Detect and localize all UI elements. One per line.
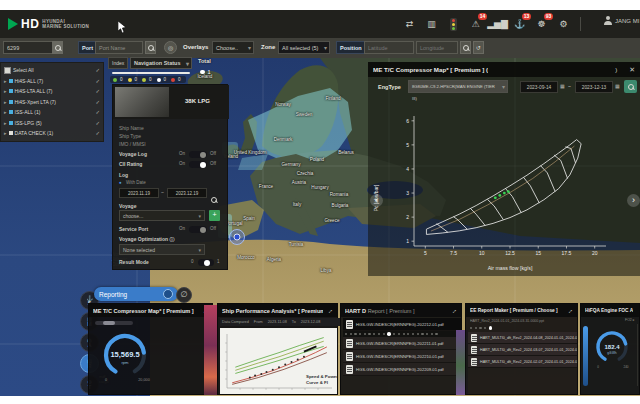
page-dot[interactable] <box>417 333 419 335</box>
range-slider-track[interactable] <box>95 321 133 325</box>
cii-rating-toggle[interactable] <box>189 161 207 168</box>
latitude-input[interactable] <box>364 41 414 54</box>
report-preview-strip[interactable] <box>204 305 217 395</box>
expand-arrow-icon[interactable]: ▸ <box>4 109 7 115</box>
expand-arrow-icon[interactable]: ▸ <box>4 120 7 126</box>
service-port-toggle[interactable] <box>189 226 207 233</box>
expand-arrow-icon[interactable]: ▸ <box>4 99 7 105</box>
page-dot[interactable] <box>479 327 481 329</box>
voyage-select[interactable]: choose...▾ <box>119 210 205 221</box>
settings-icon[interactable]: ⚙ <box>556 16 571 32</box>
fleet-tree-item[interactable]: ▸Hi4S-ALL (7)✓ <box>1 76 103 87</box>
fleet-tree-item[interactable]: ▸ISS-LPG (5)✓ <box>1 118 103 129</box>
report-file-row[interactable]: HART_MULTI0_dft_Rev2_2024-04-08_2024-01-… <box>468 332 577 344</box>
ee-top-file[interactable]: HART_Rev2_2024-01-01_2024-03-31-0000.ppt <box>470 319 574 323</box>
page-dot[interactable] <box>484 327 486 329</box>
vessel-marker[interactable] <box>230 230 245 245</box>
fleet-select-all[interactable]: Select All ✓ <box>1 65 103 76</box>
check-icon[interactable]: ✓ <box>95 109 100 115</box>
page-dot[interactable] <box>489 326 493 330</box>
page-dot[interactable] <box>407 333 409 335</box>
hd-hyundai-logo[interactable]: HD HYUNDAIMARINE SOLUTION <box>8 17 89 31</box>
check-icon[interactable]: ✓ <box>95 99 100 105</box>
report-file-row[interactable]: HGS-GW-INDESCR(ERNNPEG)-202210-01.pdf <box>343 350 461 363</box>
document-icon[interactable]: ▥ <box>424 16 439 32</box>
add-voyage-button[interactable]: + <box>209 210 220 221</box>
overlays-select[interactable]: Choose..▾ <box>212 41 254 54</box>
page-dot[interactable] <box>368 333 370 335</box>
page-dot[interactable] <box>435 333 437 335</box>
tc-date-to-input[interactable]: 2023-12-13 <box>575 81 613 93</box>
expand-arrow-icon[interactable]: ▸ <box>4 88 7 94</box>
alert-icon[interactable]: ⚠14 <box>468 16 483 32</box>
page-dot[interactable] <box>387 332 391 336</box>
page-dot[interactable] <box>470 327 472 329</box>
page-dot[interactable] <box>383 333 385 335</box>
fleet-tree-item[interactable]: ▸DATA CHECK (1)✓ <box>1 128 103 139</box>
port-search-button[interactable] <box>145 41 156 54</box>
close-icon[interactable]: ✕ <box>629 66 635 74</box>
index-slider[interactable] <box>112 72 190 75</box>
ship-photo[interactable] <box>115 87 169 117</box>
page-dot[interactable] <box>364 333 366 335</box>
date-from-input[interactable]: 2023.11.19 <box>119 188 159 198</box>
transfer-icon[interactable]: ⇄ <box>402 16 417 32</box>
tc-search-button[interactable] <box>624 80 637 93</box>
report-file-row[interactable]: HART_MULTI0_dft_Rev2_2024-03-07_2024-01-… <box>468 344 577 356</box>
info-icon[interactable]: ⓘ <box>169 236 174 242</box>
ee-page-dots[interactable] <box>470 326 492 330</box>
expand-arrow-icon[interactable]: ▸ <box>4 130 7 136</box>
page-dot[interactable] <box>421 333 423 335</box>
reporting-pill-button[interactable]: Reporting <box>94 287 178 301</box>
page-dot[interactable] <box>359 333 361 335</box>
page-dot[interactable] <box>426 333 428 335</box>
page-dot[interactable] <box>354 333 356 335</box>
traffic-light-icon[interactable] <box>446 16 461 32</box>
calendar-icon[interactable]: ▦ <box>560 83 565 89</box>
expand-icon[interactable]: ↔ <box>565 306 575 316</box>
fleet-search-button[interactable] <box>52 41 63 54</box>
page-dot[interactable] <box>398 333 400 335</box>
event-icon[interactable]: ☸93 <box>534 16 549 32</box>
result-mode-toggle[interactable] <box>198 259 214 266</box>
report-file-row[interactable]: HGS-GW-INDESCR(ERNNPEG)-202211-01.pdf <box>343 337 461 350</box>
check-icon[interactable]: ✓ <box>95 130 100 136</box>
with-date-radio[interactable]: ● <box>119 180 122 185</box>
chart-icon[interactable]: ▂▅▇ <box>490 16 505 32</box>
user-menu[interactable]: JANG MI <box>604 16 639 25</box>
zone-select[interactable]: All selected (5)▾ <box>278 41 330 54</box>
page-dot[interactable] <box>373 333 375 335</box>
check-icon[interactable]: ✓ <box>95 78 100 84</box>
carousel-left-button[interactable]: ‹ <box>370 194 383 207</box>
hide-widgets-button[interactable]: ∅ <box>176 287 192 303</box>
voyage-log-toggle[interactable] <box>189 151 207 158</box>
carousel-right-button[interactable]: › <box>627 194 640 207</box>
page-dot[interactable] <box>393 333 395 335</box>
page-dot[interactable] <box>350 333 352 335</box>
page-dot[interactable] <box>345 333 347 335</box>
page-dot[interactable] <box>431 333 433 335</box>
position-reset-button[interactable]: ↺ <box>473 41 484 54</box>
measure-tool-button[interactable]: ◎ <box>164 41 177 54</box>
position-search-button[interactable] <box>460 41 471 54</box>
expand-icon[interactable]: ↔ <box>449 306 459 316</box>
optimization-select[interactable]: None selected▾ <box>119 244 205 255</box>
page-dot[interactable] <box>403 333 405 335</box>
calendar-icon[interactable]: ▦ <box>615 83 620 89</box>
fleet-tree-item[interactable]: ▸Hi4S-LTA ALL (7)✓ <box>1 86 103 97</box>
checkbox-icon[interactable] <box>4 67 11 74</box>
log-search-button[interactable] <box>211 189 217 207</box>
expand-arrow-icon[interactable]: ▸ <box>4 78 7 84</box>
range-slider-handle[interactable] <box>103 321 115 325</box>
check-icon[interactable]: ✓ <box>95 88 100 94</box>
report-file-row[interactable]: HART_MULTI0_dft_Rev2_2024-02-07_2024-01-… <box>468 356 577 368</box>
vessel-alert-icon[interactable]: ⚓13 <box>512 16 527 32</box>
expand-icon[interactable]: ↔ <box>325 306 335 316</box>
check-icon[interactable]: ✓ <box>95 120 100 126</box>
page-dot[interactable] <box>378 333 380 335</box>
longitude-input[interactable] <box>416 41 458 54</box>
fleet-tree-item[interactable]: ▸ISS-ALL (1)✓ <box>1 107 103 118</box>
port-search-input[interactable]: Port Name <box>95 41 143 54</box>
reporting-toggle-icon[interactable] <box>163 289 173 299</box>
engtype-select[interactable]: 8G80ME-C9.2-HPSCR(MAN ENGINE (TIER III)▾ <box>408 80 508 93</box>
